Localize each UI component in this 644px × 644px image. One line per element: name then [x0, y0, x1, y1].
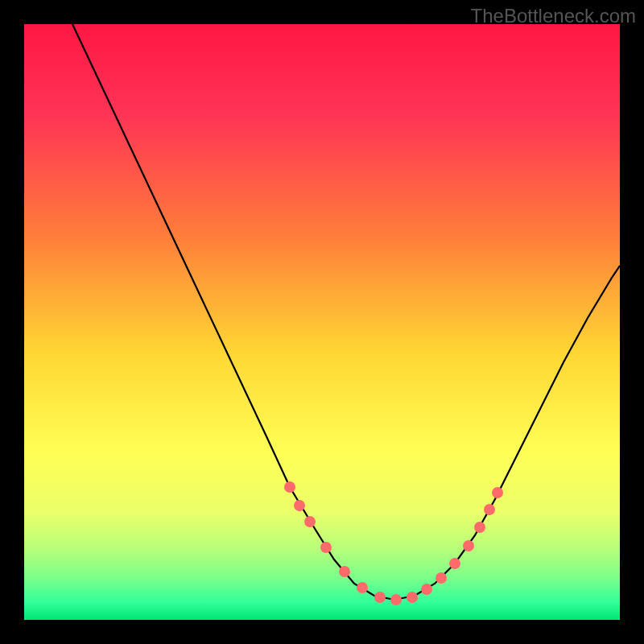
data-point-dot: [492, 487, 503, 498]
data-point-dot: [474, 522, 485, 533]
data-point-dot: [339, 566, 350, 577]
data-point-dot: [484, 504, 495, 515]
data-point-dot: [284, 481, 295, 493]
chart-svg: [24, 24, 620, 620]
data-point-dot: [374, 592, 386, 603]
data-point-dot: [304, 516, 316, 527]
watermark-text: TheBottleneck.com: [471, 5, 636, 27]
data-point-dot: [421, 584, 432, 595]
gradient-background: [24, 24, 620, 620]
data-point-dot: [436, 572, 447, 584]
data-point-dot: [407, 592, 418, 603]
data-point-dot: [390, 594, 402, 605]
chart-container: TheBottleneck.com: [0, 0, 644, 644]
data-point-dot: [294, 500, 305, 511]
data-point-dot: [320, 542, 332, 553]
plot-area: [24, 24, 620, 620]
data-point-dot: [357, 582, 368, 593]
data-point-dot: [449, 558, 460, 569]
data-point-dot: [463, 540, 474, 551]
